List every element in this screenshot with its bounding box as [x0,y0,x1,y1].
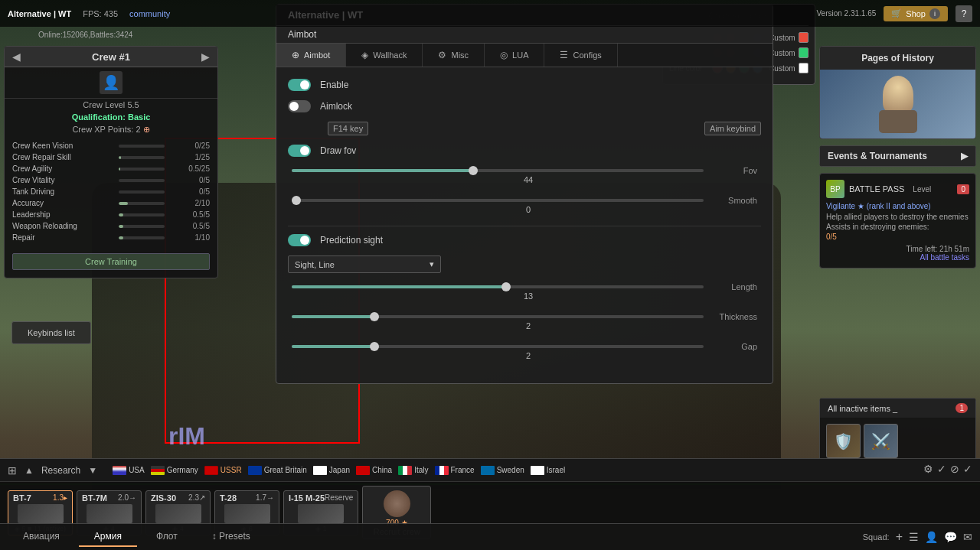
mod-tab-aimbot[interactable]: ⊕Aimbot [276,44,346,67]
nation-flag-uk[interactable]: Great Britain [248,466,307,475]
events-arrow[interactable]: ▶ [961,151,968,161]
flag-label-germany: Germany [167,466,198,474]
nation-flag-japan[interactable]: Japan [313,466,350,475]
aimlock-toggle[interactable] [288,100,311,112]
mod-tab-configs[interactable]: ☰Configs [544,44,617,67]
aim-keybind-display[interactable]: Aim keybind [704,122,761,135]
squad-area: Squad: + ☰ 👤 💬 ✉ [270,530,972,544]
tab-label-configs: Configs [573,50,601,60]
gap-slider-thumb[interactable] [370,342,379,351]
thickness-slider-thumb[interactable] [370,312,379,321]
settings-icon[interactable]: ⚙ [923,463,933,475]
inactive-item-2[interactable]: ⚔️ [864,424,898,458]
nation-flag-sweden[interactable]: Sweden [481,466,524,475]
length-slider-fill [292,285,506,288]
sight-dropdown[interactable]: Sight, Line ▾ [288,255,441,273]
draw-fov-toggle[interactable] [288,145,311,157]
skill-bar [119,202,165,205]
flag-icon-italy [398,466,412,475]
nation-flag-usa[interactable]: USA [113,466,145,475]
nav-prev-arrow[interactable]: ◀ [12,50,21,63]
squad-list-icon[interactable]: ☰ [909,531,919,543]
bottom-tab-presets[interactable]: ↕ Presets [197,527,266,547]
filter-icon[interactable]: ⊘ [950,463,959,475]
flag-label-uk: Great Britain [264,466,307,474]
skill-fill [119,225,123,228]
enable-toggle[interactable] [288,79,311,91]
squad-person-icon[interactable]: 👤 [925,531,938,543]
skill-value: 0.5/5 [179,210,210,219]
prediction-label: Prediction sight [320,235,383,246]
fps-display: FPS: 435 [83,9,118,18]
tab-icon-configs: ☰ [560,50,568,60]
sight-dropdown-value: Sight, Line [295,260,335,269]
nation-flag-france[interactable]: France [435,466,475,475]
line-custom-color[interactable] [799,63,808,73]
fov-slider-track[interactable] [292,169,704,172]
sight-custom-color[interactable] [799,47,808,58]
skill-fill [119,213,123,216]
prediction-toggle[interactable] [288,234,311,246]
fov-slider-fill [292,169,473,172]
vehicle-stat: 2.0→ [118,493,136,503]
nation-flag-china[interactable]: China [356,466,392,475]
tab-icon-wallhack: ◈ [361,50,368,60]
nav-next-arrow[interactable]: ▶ [201,50,210,63]
thickness-value: 2 [288,321,761,330]
check-icon[interactable]: ✓ [937,463,946,475]
tab-icon-lua: ◎ [500,50,508,60]
length-slider-track[interactable] [292,285,704,288]
keybinds-button[interactable]: Keybinds list [11,321,91,344]
help-button[interactable]: ? [956,5,972,22]
online-info: Online:152066,Battles:3424 [38,31,132,39]
research-label: Research [41,465,80,476]
expand-arrow-down[interactable]: ▼ [88,465,97,476]
skill-value: 1/25 [179,153,210,161]
f14-key-display[interactable]: F14 key [328,122,368,135]
events-title: Events & Tournaments [828,151,927,161]
smooth-slider-thumb[interactable] [292,196,301,205]
fov-slider-thumb[interactable] [469,166,478,175]
thickness-label: Thickness [711,312,757,321]
skill-bar [119,225,165,228]
mod-tab-lua[interactable]: ◎LUA [485,44,544,67]
nation-flag-ussr[interactable]: USSR [204,466,242,475]
flag-icon-ussr [204,466,218,475]
vehicle-name: BT-7 [13,493,31,503]
fov-value: 44 [288,175,761,184]
bottom-tab-aviation[interactable]: Авиация [8,527,75,547]
smooth-slider-track[interactable] [292,199,704,202]
nation-flag-israel[interactable]: Israel [531,466,565,475]
squad-mail-icon[interactable]: ✉ [963,531,972,543]
bp-level-badge: 0 [957,184,969,194]
squad-plus-icon[interactable]: + [896,530,903,544]
crew-training-button[interactable]: Crew Training [12,253,210,270]
nation-flag-germany[interactable]: Germany [151,466,198,475]
crew-skill-item: Crew Repair Skill 1/25 [12,151,210,163]
all-tasks-link[interactable]: All battle tasks [826,253,969,262]
smooth-value: 0 [288,205,761,214]
bottom-tab-army[interactable]: Армия [79,527,137,547]
flag-icon-usa [113,466,126,475]
pilot-head [883,76,913,114]
sort-icon[interactable]: ✓ [963,463,972,475]
pilot-figure [879,76,917,133]
nation-flag-italy[interactable]: Italy [398,466,428,475]
thickness-slider-track[interactable] [292,315,704,318]
squad-chat-icon[interactable]: 💬 [944,531,957,543]
pages-history-image[interactable] [820,70,975,138]
gap-slider-track[interactable] [292,345,704,348]
inactive-items-row: 🛡️ ⚔️ [820,418,975,464]
expand-arrow-up[interactable]: ▲ [24,465,34,476]
bottom-tab-fleet[interactable]: Флот [141,527,193,547]
mod-tab-misc[interactable]: ⚙Misc [423,44,485,67]
fov-custom-color[interactable] [799,32,808,43]
flag-icon-uk [248,466,262,475]
smooth-label: Smooth [711,196,757,205]
inactive-item-1[interactable]: 🛡️ [826,424,861,458]
shop-button[interactable]: 🛒 Shop i [884,6,948,21]
community-link[interactable]: community [129,9,170,18]
length-slider-thumb[interactable] [501,282,511,291]
mod-tab-wallhack[interactable]: ◈Wallhack [346,44,423,67]
skill-bar [119,190,165,194]
